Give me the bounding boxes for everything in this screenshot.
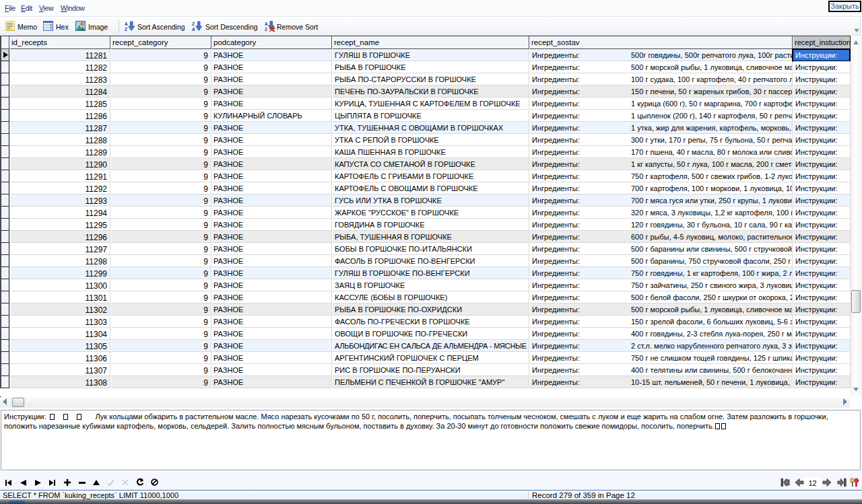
svg-text:A: A [125, 22, 128, 26]
svg-text:A: A [192, 27, 195, 32]
svg-text:Z: Z [265, 27, 267, 32]
svg-text:Z: Z [192, 22, 195, 26]
svg-text:Z: Z [125, 27, 127, 32]
svg-text:A: A [265, 22, 268, 26]
